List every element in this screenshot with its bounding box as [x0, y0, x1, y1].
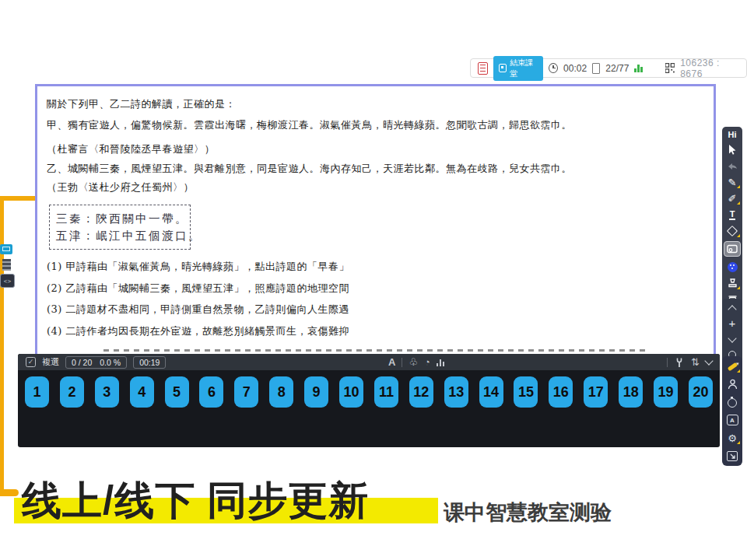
answer-command-bar: ✓ 複選 0 / 20 0.0 % 00:19 A ♧ ◔ ⇅ 1 2 3 4 … [18, 354, 720, 447]
poem-b-source: （王勃〈送杜少府之任蜀州〉） [47, 180, 194, 194]
answer-number-button[interactable]: 1 [25, 376, 49, 408]
answer-number-button[interactable]: 9 [304, 376, 328, 408]
right-zoom-panel: + [722, 299, 742, 364]
page-icon [592, 63, 600, 74]
stamp-tool-button[interactable] [724, 277, 740, 289]
answer-number-button[interactable]: 8 [269, 376, 293, 408]
zoom-in-button[interactable]: + [724, 317, 740, 330]
answer-toolbar: ✓ 複選 0 / 20 0.0 % 00:19 A ♧ ◔ ⇅ [18, 354, 720, 370]
answer-number-button[interactable]: 5 [165, 376, 189, 408]
percent-value: 0.0 % [100, 358, 121, 367]
wrench-icon[interactable] [674, 357, 685, 368]
answer-number-button[interactable]: 17 [584, 376, 608, 408]
palette-tool-button[interactable] [724, 261, 740, 273]
option-4: (4) 二詩作者均因長期在外宦遊，故離愁別緒觸景而生，哀傷難抑 [47, 324, 349, 338]
eraser-tool-button[interactable] [724, 225, 740, 237]
note-line: 五津：岷江中五個渡口。 [56, 229, 184, 243]
page-count: 22/77 [605, 63, 629, 74]
pencil-tool-button[interactable]: ✎ [724, 176, 740, 188]
yellow-accent-side-bar [0, 196, 4, 496]
note-line: 三秦：陝西關中一帶。 [56, 212, 184, 226]
answer-number-button[interactable]: 16 [549, 376, 573, 408]
mode-label: 複選 [42, 356, 59, 368]
font-size-button[interactable]: A [724, 414, 740, 426]
answer-number-button[interactable]: 13 [444, 376, 468, 408]
clipped-text-line [103, 349, 648, 352]
text-stamp-tool-button[interactable]: T [724, 208, 740, 221]
screen-share-icon[interactable] [0, 244, 12, 254]
answer-number-button[interactable]: 4 [130, 376, 154, 408]
greeting-label: Hi [728, 130, 737, 139]
grid-list-icon[interactable] [0, 257, 13, 272]
answer-number-button[interactable]: 2 [60, 376, 84, 408]
divider [667, 358, 668, 367]
club-random-icon[interactable]: ♧ [409, 357, 418, 367]
elapsed-time: 00:02 [563, 63, 587, 74]
collapse-chevron-icon[interactable] [704, 356, 713, 365]
answer-number-button[interactable]: 20 [689, 376, 713, 408]
code-widget-icon[interactable]: <> [0, 274, 15, 288]
answer-timer: 00:19 [139, 358, 160, 367]
yellow-accent-bottom-stub [0, 489, 19, 496]
marker-tool-button[interactable]: ✐ [724, 192, 740, 205]
multi-select-icon: ✓ [26, 357, 36, 367]
student-roster-button[interactable] [724, 378, 740, 390]
end-class-label: 結束課堂 [510, 58, 538, 79]
answer-number-button[interactable]: 19 [654, 376, 678, 408]
letter-display-icon[interactable]: A [388, 357, 395, 367]
pie-chart-icon[interactable]: ◔ [424, 357, 430, 367]
scroll-up-chevron-icon[interactable] [724, 302, 740, 314]
answer-number-button[interactable]: 12 [409, 376, 433, 408]
score-value: 0 / 20 [72, 358, 92, 367]
right-settings-panel: A ⚙ [722, 356, 742, 466]
option-1: (1) 甲詩藉由「淑氣催黃鳥，晴光轉綠蘋」，點出詩題的「早春」 [47, 260, 349, 274]
right-tool-panel: Hi ✎ ✐ T [722, 127, 742, 309]
option-3: (3) 二詩題材不盡相同，甲詩側重自然景物，乙詩則偏向人生際遇 [47, 303, 349, 317]
poem-a: 甲、獨有宦遊人，偏驚物候新。雲霞出海曙，梅柳渡江春。淑氣催黃鳥，晴光轉綠蘋。忽聞… [47, 118, 572, 132]
answer-number-button[interactable]: 3 [95, 376, 119, 408]
answer-number-button[interactable]: 10 [339, 376, 363, 408]
score-box: 0 / 20 0.0 % [65, 356, 127, 369]
undo-icon[interactable] [724, 159, 740, 172]
headline-text: 线上/线下 同步更新 [22, 474, 369, 528]
highlighter-pen-button[interactable] [724, 360, 740, 373]
bar-chart-icon[interactable] [437, 359, 445, 366]
cursor-tool-button[interactable] [724, 143, 740, 156]
headline-subtitle: 课中智慧教室测验 [444, 499, 612, 527]
stats-bars-icon[interactable] [634, 64, 643, 72]
option-2: (2) 乙詩藉由「城闕輔三秦，風煙望五津」，照應詩題的地理空間 [47, 282, 349, 296]
roster-icon[interactable] [478, 62, 488, 75]
answer-number-button[interactable]: 11 [374, 376, 398, 408]
end-class-button[interactable]: 結束課堂 [493, 56, 543, 81]
poem-b: 乙、城闕輔三秦，風煙望五津。與君離別意，同是宦遊人。海內存知己，天涯若比鄰。無為… [47, 162, 572, 176]
answer-number-row: 1 2 3 4 5 6 7 8 9 10 11 12 13 14 15 16 1… [18, 370, 720, 408]
qr-code-icon[interactable] [665, 63, 675, 73]
stop-icon [499, 64, 507, 72]
poem-a-source: （杜審言〈和晉陵陸丞早春遊望〉） [47, 142, 215, 156]
sort-updown-icon[interactable]: ⇅ [691, 357, 700, 367]
scroll-down-chevron-icon[interactable] [724, 333, 740, 345]
status-bar: 結束課堂 00:02 22/77 106236 : 8676 [470, 58, 747, 78]
avatar[interactable] [648, 61, 660, 75]
screen-capture-tool-button[interactable] [724, 241, 741, 257]
settings-gear-button[interactable]: ⚙ [724, 432, 740, 444]
answer-number-button[interactable]: 18 [619, 376, 643, 408]
stopwatch-button[interactable] [724, 396, 740, 408]
answer-number-button[interactable]: 6 [199, 376, 223, 408]
session-id: 106236 : 8676 [680, 58, 739, 79]
divider [402, 358, 402, 367]
annotation-box: 三秦：陝西關中一帶。 五津：岷江中五個渡口。 [49, 205, 191, 250]
exit-fullscreen-button[interactable] [724, 450, 740, 462]
timer-box: 00:19 [133, 356, 166, 369]
answer-number-button[interactable]: 14 [479, 376, 503, 408]
question-panel: 關於下列甲、乙二詩的解讀，正確的是： 甲、獨有宦遊人，偏驚物候新。雲霞出海曙，梅… [35, 84, 716, 356]
answer-number-button[interactable]: 15 [514, 376, 538, 408]
clock-icon [549, 63, 558, 73]
question-title: 關於下列甲、乙二詩的解讀，正確的是： [47, 97, 236, 111]
answer-number-button[interactable]: 7 [234, 376, 258, 408]
